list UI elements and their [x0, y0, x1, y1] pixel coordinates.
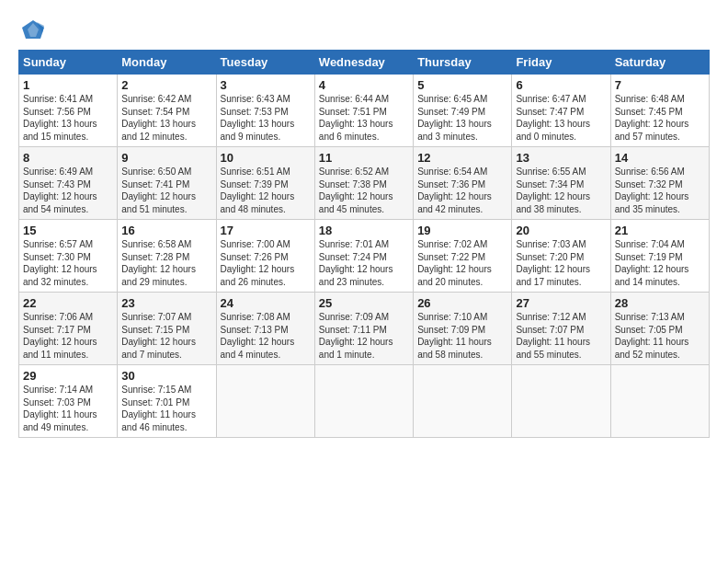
day-number: 6	[516, 78, 606, 92]
week-row-3: 15Sunrise: 6:57 AMSunset: 7:30 PMDayligh…	[19, 220, 710, 293]
day-number: 4	[319, 78, 409, 92]
cell-details: Sunrise: 7:09 AMSunset: 7:11 PMDaylight:…	[319, 311, 409, 361]
calendar-cell: 29Sunrise: 7:14 AMSunset: 7:03 PMDayligh…	[19, 365, 118, 438]
cell-details: Sunrise: 6:58 AMSunset: 7:28 PMDaylight:…	[121, 238, 211, 288]
week-row-1: 1Sunrise: 6:41 AMSunset: 7:56 PMDaylight…	[19, 75, 710, 147]
cell-details: Sunrise: 7:07 AMSunset: 7:15 PMDaylight:…	[121, 311, 211, 361]
day-number: 9	[121, 151, 211, 165]
calendar-table: SundayMondayTuesdayWednesdayThursdayFrid…	[18, 50, 710, 438]
cell-details: Sunrise: 7:08 AMSunset: 7:13 PMDaylight:…	[221, 311, 311, 361]
calendar-cell: 28Sunrise: 7:13 AMSunset: 7:05 PMDayligh…	[610, 293, 709, 365]
calendar-cell: 20Sunrise: 7:03 AMSunset: 7:20 PMDayligh…	[512, 220, 610, 293]
calendar-cell: 9Sunrise: 6:50 AMSunset: 7:41 PMDaylight…	[118, 147, 216, 220]
cell-details: Sunrise: 7:10 AMSunset: 7:09 PMDaylight:…	[417, 311, 507, 361]
calendar-cell: 7Sunrise: 6:48 AMSunset: 7:45 PMDaylight…	[610, 75, 709, 147]
day-number: 22	[23, 296, 113, 310]
cell-details: Sunrise: 7:13 AMSunset: 7:05 PMDaylight:…	[615, 311, 705, 361]
calendar-cell: 23Sunrise: 7:07 AMSunset: 7:15 PMDayligh…	[118, 293, 216, 365]
calendar-cell: 26Sunrise: 7:10 AMSunset: 7:09 PMDayligh…	[414, 293, 512, 365]
logo	[18, 18, 48, 40]
week-row-4: 22Sunrise: 7:06 AMSunset: 7:17 PMDayligh…	[19, 293, 710, 365]
calendar-cell: 24Sunrise: 7:08 AMSunset: 7:13 PMDayligh…	[216, 293, 314, 365]
calendar-cell	[610, 365, 709, 438]
cell-details: Sunrise: 6:57 AMSunset: 7:30 PMDaylight:…	[23, 238, 113, 288]
calendar-cell: 14Sunrise: 6:56 AMSunset: 7:32 PMDayligh…	[610, 147, 709, 220]
cell-details: Sunrise: 6:45 AMSunset: 7:49 PMDaylight:…	[417, 93, 507, 143]
cell-details: Sunrise: 6:41 AMSunset: 7:56 PMDaylight:…	[23, 93, 113, 143]
col-header-sunday: Sunday	[19, 51, 118, 75]
cell-details: Sunrise: 7:15 AMSunset: 7:01 PMDaylight:…	[121, 384, 211, 433]
cell-details: Sunrise: 7:02 AMSunset: 7:22 PMDaylight:…	[417, 238, 507, 288]
calendar-cell: 16Sunrise: 6:58 AMSunset: 7:28 PMDayligh…	[118, 220, 216, 293]
cell-details: Sunrise: 7:14 AMSunset: 7:03 PMDaylight:…	[23, 384, 113, 433]
calendar-cell: 2Sunrise: 6:42 AMSunset: 7:54 PMDaylight…	[118, 75, 216, 147]
cell-details: Sunrise: 7:06 AMSunset: 7:17 PMDaylight:…	[23, 311, 113, 361]
day-number: 30	[121, 369, 211, 383]
calendar-cell: 15Sunrise: 6:57 AMSunset: 7:30 PMDayligh…	[19, 220, 118, 293]
day-number: 8	[23, 151, 113, 165]
day-number: 26	[417, 296, 507, 310]
day-number: 21	[615, 224, 705, 237]
day-number: 5	[417, 78, 507, 92]
cell-details: Sunrise: 6:49 AMSunset: 7:43 PMDaylight:…	[23, 166, 113, 215]
cell-details: Sunrise: 6:54 AMSunset: 7:36 PMDaylight:…	[417, 166, 507, 215]
day-number: 29	[23, 369, 113, 383]
cell-details: Sunrise: 6:52 AMSunset: 7:38 PMDaylight:…	[319, 166, 409, 215]
calendar-cell: 10Sunrise: 6:51 AMSunset: 7:39 PMDayligh…	[216, 147, 314, 220]
col-header-thursday: Thursday	[414, 51, 512, 75]
cell-details: Sunrise: 6:51 AMSunset: 7:39 PMDaylight:…	[221, 166, 311, 215]
calendar-cell: 12Sunrise: 6:54 AMSunset: 7:36 PMDayligh…	[414, 147, 512, 220]
calendar-cell: 6Sunrise: 6:47 AMSunset: 7:47 PMDaylight…	[512, 75, 610, 147]
calendar-cell: 22Sunrise: 7:06 AMSunset: 7:17 PMDayligh…	[19, 293, 118, 365]
day-number: 14	[615, 151, 705, 165]
day-number: 1	[23, 78, 113, 92]
col-header-tuesday: Tuesday	[216, 51, 314, 75]
header	[18, 15, 710, 40]
day-number: 16	[121, 224, 211, 237]
calendar-cell: 8Sunrise: 6:49 AMSunset: 7:43 PMDaylight…	[19, 147, 118, 220]
calendar-cell	[414, 365, 512, 438]
calendar-cell: 27Sunrise: 7:12 AMSunset: 7:07 PMDayligh…	[512, 293, 610, 365]
cell-details: Sunrise: 7:00 AMSunset: 7:26 PMDaylight:…	[221, 238, 311, 288]
calendar-cell: 19Sunrise: 7:02 AMSunset: 7:22 PMDayligh…	[414, 220, 512, 293]
calendar-cell	[314, 365, 413, 438]
day-number: 28	[615, 296, 705, 310]
day-number: 11	[319, 151, 409, 165]
calendar-cell	[216, 365, 314, 438]
day-number: 24	[221, 296, 311, 310]
cell-details: Sunrise: 6:44 AMSunset: 7:51 PMDaylight:…	[319, 93, 409, 143]
calendar-cell: 3Sunrise: 6:43 AMSunset: 7:53 PMDaylight…	[216, 75, 314, 147]
day-number: 10	[221, 151, 311, 165]
calendar-cell: 17Sunrise: 7:00 AMSunset: 7:26 PMDayligh…	[216, 220, 314, 293]
cell-details: Sunrise: 6:55 AMSunset: 7:34 PMDaylight:…	[516, 166, 606, 215]
logo-icon	[20, 18, 46, 40]
cell-details: Sunrise: 7:03 AMSunset: 7:20 PMDaylight:…	[516, 238, 606, 288]
day-number: 13	[516, 151, 606, 165]
cell-details: Sunrise: 7:04 AMSunset: 7:19 PMDaylight:…	[615, 238, 705, 288]
week-row-5: 29Sunrise: 7:14 AMSunset: 7:03 PMDayligh…	[19, 365, 710, 438]
day-number: 12	[417, 151, 507, 165]
calendar-cell	[512, 365, 610, 438]
day-number: 19	[417, 224, 507, 237]
week-row-2: 8Sunrise: 6:49 AMSunset: 7:43 PMDaylight…	[19, 147, 710, 220]
calendar-cell: 11Sunrise: 6:52 AMSunset: 7:38 PMDayligh…	[314, 147, 413, 220]
calendar-cell: 4Sunrise: 6:44 AMSunset: 7:51 PMDaylight…	[314, 75, 413, 147]
day-number: 2	[121, 78, 211, 92]
day-number: 27	[516, 296, 606, 310]
calendar-cell: 18Sunrise: 7:01 AMSunset: 7:24 PMDayligh…	[314, 220, 413, 293]
calendar-cell: 21Sunrise: 7:04 AMSunset: 7:19 PMDayligh…	[610, 220, 709, 293]
col-header-saturday: Saturday	[610, 51, 709, 75]
day-number: 18	[319, 224, 409, 237]
col-header-friday: Friday	[512, 51, 610, 75]
cell-details: Sunrise: 6:48 AMSunset: 7:45 PMDaylight:…	[615, 93, 705, 143]
day-number: 3	[221, 78, 311, 92]
day-number: 15	[23, 224, 113, 237]
calendar-header-row: SundayMondayTuesdayWednesdayThursdayFrid…	[19, 51, 710, 75]
calendar-cell: 25Sunrise: 7:09 AMSunset: 7:11 PMDayligh…	[314, 293, 413, 365]
calendar-body: 1Sunrise: 6:41 AMSunset: 7:56 PMDaylight…	[19, 75, 710, 438]
day-number: 20	[516, 224, 606, 237]
cell-details: Sunrise: 6:56 AMSunset: 7:32 PMDaylight:…	[615, 166, 705, 215]
day-number: 25	[319, 296, 409, 310]
cell-details: Sunrise: 6:42 AMSunset: 7:54 PMDaylight:…	[121, 93, 211, 143]
page-container: SundayMondayTuesdayWednesdayThursdayFrid…	[0, 0, 728, 447]
